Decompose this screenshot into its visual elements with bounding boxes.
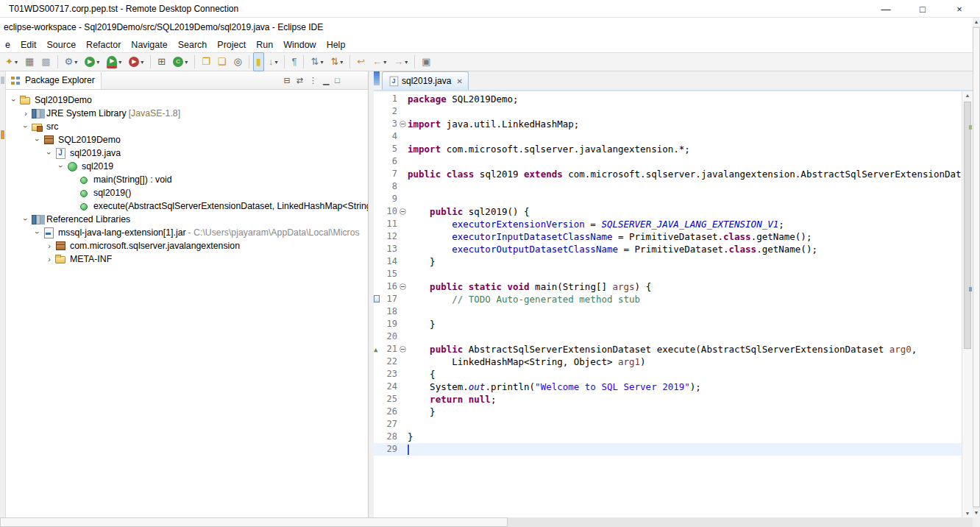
code-line-13[interactable]: 13 executorOutputDatasetClassName = Prim… [374,243,962,255]
close-tab-icon[interactable]: ✕ [456,77,462,85]
code-line-21[interactable]: ▲21 public AbstractSqlServerExtensionDat… [374,343,962,356]
fold-collapse-icon[interactable] [397,280,408,293]
tree-item-com-microsoft-sqlserver-javalangextensio[interactable]: ›com.microsoft.sqlserver.javalangextensi… [6,239,368,252]
code-line-14[interactable]: 14 } [374,255,962,268]
code-line-20[interactable]: 20 [374,330,962,343]
code-line-28[interactable]: 28} [374,431,962,443]
menu-navigate[interactable]: Navigate [126,38,172,52]
code-line-22[interactable]: 22 LinkedHashMap<String, Object> arg1) [374,356,962,368]
sort-order-button[interactable]: ⇅▾ [327,52,346,71]
code-line-18[interactable]: 18 [374,305,962,318]
menu-help[interactable]: Help [322,38,351,52]
code-line-29[interactable]: 29 [374,443,962,456]
back-button[interactable]: ←▾ [369,52,389,71]
code-line-3[interactable]: 3import java.util.LinkedHashMap; [374,118,962,130]
expand-open-icon[interactable]: › [33,227,42,238]
overview-marker[interactable] [969,287,972,291]
debug-button[interactable]: ⚙▾ [62,52,81,71]
tree-item-main-string-void[interactable]: main(String[]) : void [6,173,368,186]
new-class-button[interactable]: C▾ [170,52,191,71]
run-button[interactable]: ▶▾ [82,52,102,71]
tree-item-meta-inf[interactable]: ›META-INF [6,252,368,266]
dropdown-arrow-icon[interactable]: ▾ [74,59,77,66]
expand-open-icon[interactable]: › [57,161,65,171]
code-line-12[interactable]: 12 executorInputDatasetClassName = Primi… [374,230,962,243]
minimize-button[interactable]: — [878,4,893,15]
fold-collapse-icon[interactable] [400,121,406,127]
menu-refactor[interactable]: Refactor [81,38,126,52]
expand-open-icon[interactable]: › [10,95,18,105]
fold-collapse-icon[interactable] [397,118,408,130]
menu-project[interactable]: Project [212,38,251,52]
mark-occurrences-button[interactable]: ▮ [253,52,264,71]
menu-search[interactable]: Search [173,38,213,52]
fold-collapse-icon[interactable] [397,205,408,218]
fold-collapse-icon[interactable] [400,208,406,215]
menu-window[interactable]: Window [278,38,321,52]
minimized-view-icon[interactable] [1,130,4,139]
fold-collapse-icon[interactable] [400,346,406,353]
dropdown-arrow-icon[interactable]: ▾ [15,59,18,66]
view-menu-icon[interactable]: ⋮ [309,75,317,85]
expand-open-icon[interactable]: › [45,148,54,158]
last-edit-location-button[interactable]: ↩ [354,52,368,71]
dropdown-arrow-icon[interactable]: ▾ [96,59,99,66]
overview-marker[interactable] [969,125,972,130]
minimized-view-icon[interactable] [1,77,4,84]
tree-item-sql2019-java[interactable]: ›sql2019.java [6,146,368,160]
maximize-icon[interactable]: □ [335,75,340,85]
open-new-window-button[interactable]: ▣ [419,52,433,71]
code-line-11[interactable]: 11 executorExtensionVersion = SQLSERVER_… [374,218,962,230]
sash-splitter[interactable] [369,71,374,517]
collapse-all-icon[interactable]: ⊟ [283,75,290,85]
tree-item-execute-abstractsqlserverextensiondatase[interactable]: execute(AbstractSqlServerExtensionDatase… [6,199,368,213]
expand-open-icon[interactable]: › [21,214,30,224]
show-whitespace-button[interactable]: ¶ [288,52,299,71]
menu-run[interactable]: Run [251,38,278,52]
tree-item-jre-system-library[interactable]: ›JRE System Library [JavaSE-1.8] [6,107,368,120]
dropdown-arrow-icon[interactable]: ▾ [405,59,408,66]
tree-item-sql2019[interactable]: ›sql2019 [6,160,368,173]
code-line-1[interactable]: 1package SQL2019Demo; [374,93,962,105]
menu-source[interactable]: Source [42,38,82,52]
menu-edit[interactable]: Edit [15,38,42,52]
close-button[interactable]: × [952,4,967,15]
new-wizard-button[interactable]: ✦▾ [2,52,21,71]
dropdown-arrow-icon[interactable]: ▾ [118,59,121,66]
export-button[interactable]: ❏ [215,52,230,71]
code-line-9[interactable]: 9 [374,193,962,205]
code-line-15[interactable]: 15 [374,268,962,280]
maximize-button[interactable]: □ [915,4,930,15]
code-line-27[interactable]: 27 [374,418,962,431]
expand-open-icon[interactable]: › [21,121,30,132]
sort-alpha-button[interactable]: ⇅▾ [308,52,326,71]
code-line-6[interactable]: 6 [374,155,962,168]
tree-item-sql2019[interactable]: sql2019() [6,186,368,199]
code-line-4[interactable]: 4 [374,130,962,143]
dropdown-arrow-icon[interactable]: ▾ [383,59,386,66]
dropdown-arrow-icon[interactable]: ▾ [320,59,323,66]
coverage-button[interactable]: ▶▾ [104,52,124,71]
scroll-down-icon[interactable]: ▼ [973,509,980,517]
tree-item-referenced-libraries[interactable]: ›Referenced Libraries [6,213,368,226]
expand-open-icon[interactable]: › [33,135,42,145]
tab-package-explorer[interactable]: Package Explorer [6,72,102,89]
save-button[interactable]: ▦ [22,52,37,71]
tab-sql2019-java[interactable]: sql2019.java ✕ [382,71,469,90]
code-line-2[interactable]: 2 [374,105,962,118]
code-line-8[interactable]: 8 [374,180,962,193]
scroll-down-icon[interactable]: ▼ [962,511,973,516]
editor-scrollbar[interactable]: ▲ ▼ [962,91,973,517]
dropdown-arrow-icon[interactable]: ▾ [141,59,143,66]
import-button[interactable]: ❐ [199,52,213,71]
next-annotation-button[interactable]: ↓▾ [266,52,281,71]
tree-item-src[interactable]: ›src [6,120,368,133]
tree-item-sql2019demo[interactable]: ›SQL2019Demo [6,133,368,146]
external-tools-button[interactable]: ▶▾ [126,52,146,71]
rdp-vertical-scrollbar[interactable]: ▲ ▼ [973,18,980,517]
expand-closed-icon[interactable]: › [21,109,31,118]
code-line-5[interactable]: 5import com.microsoft.sqlserver.javalang… [374,143,962,155]
tree-item-sql2019demo[interactable]: ›Sql2019Demo [6,93,368,107]
rdp-vscroll-thumb[interactable] [973,27,980,507]
code-line-10[interactable]: 10 public sql2019() { [374,205,962,218]
